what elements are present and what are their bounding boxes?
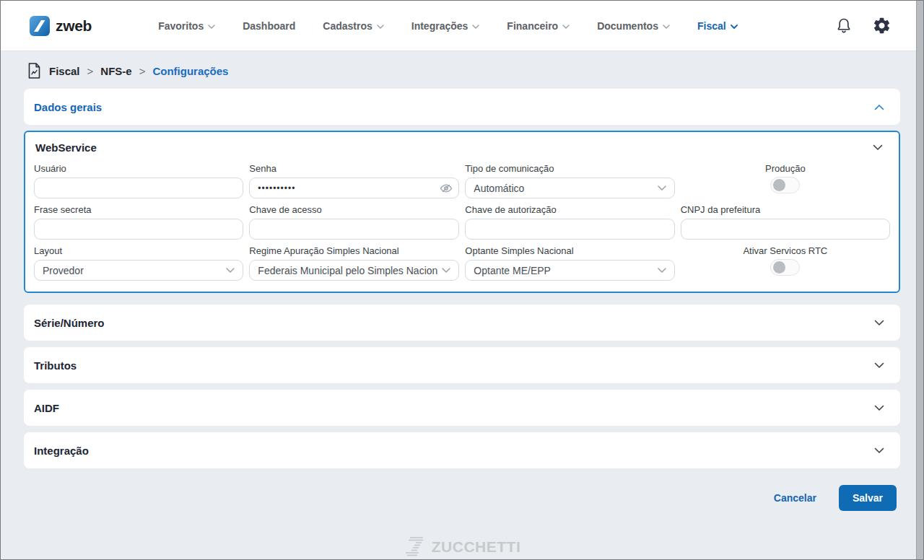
menu-item-favoritos[interactable]: Favoritos — [158, 20, 215, 32]
chevron-down-icon — [658, 185, 666, 191]
cancel-button[interactable]: Cancelar — [774, 492, 816, 504]
chave-acesso-input[interactable] — [249, 219, 459, 240]
frase-secreta-input[interactable] — [34, 219, 243, 240]
accordion-title: Dados gerais — [34, 101, 102, 113]
menu-label: Fiscal — [697, 20, 726, 32]
chevron-down-icon — [658, 268, 666, 273]
field-label: CNPJ da prefeitura — [681, 204, 890, 215]
layout-select[interactable]: Provedor — [34, 260, 243, 281]
chevron-down-icon — [208, 25, 215, 29]
chevron-up-icon[interactable] — [874, 104, 884, 110]
zucchetti-brand-text: ZUCCHETTI — [432, 538, 521, 556]
accordion-tributos[interactable]: Tributos — [24, 347, 900, 383]
chevron-down-icon — [377, 25, 384, 29]
field-label: Usuário — [34, 163, 243, 174]
settings-gear-icon[interactable] — [872, 16, 892, 35]
accordion-title: AIDF — [34, 402, 59, 414]
field-label: Layout — [34, 245, 243, 256]
field-producao: Produção — [681, 163, 890, 198]
field-regime-apuracao: Regime Apuração Simples Nacional Federai… — [249, 245, 459, 281]
menu-item-cadastros[interactable]: Cadastros — [323, 20, 383, 32]
top-navbar: zweb Favoritos Dashboard Cadastros Integ… — [1, 1, 923, 51]
ativar-servicos-rtc-toggle[interactable] — [770, 259, 800, 276]
field-ativar-servicos-rtc: Ativar Servicos RTC — [681, 245, 890, 281]
field-label: Chave de autorização — [465, 204, 674, 215]
document-report-icon — [27, 62, 42, 79]
chevron-down-icon[interactable] — [874, 362, 884, 369]
menu-item-financeiro[interactable]: Financeiro — [507, 20, 570, 32]
chevron-down-icon — [663, 25, 670, 29]
menu-label: Cadastros — [323, 20, 372, 32]
field-label: Produção — [765, 163, 806, 174]
field-tipo-comunicacao: Tipo de comunicação Automático — [465, 163, 674, 198]
menu-item-fiscal[interactable]: Fiscal — [697, 20, 738, 32]
accordion-integracao[interactable]: Integração — [24, 432, 900, 468]
footer-brand: ZUCCHETTI — [24, 535, 900, 558]
accordion-title: Série/Número — [34, 317, 105, 329]
breadcrumb-configuracoes[interactable]: Configurações — [152, 65, 228, 77]
accordion-title: WebService — [35, 141, 97, 154]
usuario-input[interactable] — [34, 178, 243, 198]
accordion-webservice: WebService Usuário Senha — [24, 131, 900, 293]
field-frase-secreta: Frase secreta — [34, 204, 243, 240]
senha-input[interactable] — [249, 178, 459, 198]
breadcrumb-fiscal[interactable]: Fiscal — [49, 65, 80, 77]
zweb-logo[interactable]: zweb — [30, 16, 92, 36]
field-usuario: Usuário — [34, 163, 243, 198]
select-value: Provedor — [43, 265, 84, 276]
chevron-down-icon — [731, 25, 738, 29]
field-label: Tipo de comunicação — [465, 163, 674, 174]
regime-apuracao-select[interactable]: Federais Municipal pelo Simples Nacion — [249, 260, 459, 281]
field-cnpj-prefeitura: CNPJ da prefeitura — [681, 204, 890, 240]
menu-item-documentos[interactable]: Documentos — [597, 20, 670, 32]
zweb-logo-icon — [30, 16, 50, 36]
notifications-bell-icon[interactable] — [834, 16, 853, 36]
chevron-down-icon[interactable] — [874, 405, 884, 411]
field-label: Regime Apuração Simples Nacional — [249, 245, 459, 256]
breadcrumb-separator: > — [87, 65, 94, 77]
accordion-title: Tributos — [34, 359, 77, 372]
field-label: Ativar Servicos RTC — [743, 245, 827, 256]
cnpj-prefeitura-input[interactable] — [681, 219, 890, 240]
navbar-icons — [834, 16, 892, 36]
chevron-down-icon — [472, 25, 479, 29]
breadcrumb-separator: > — [139, 65, 146, 77]
field-optante-simples: Optante Simples Nacional Optante ME/EPP — [465, 245, 674, 281]
chevron-down-icon[interactable] — [874, 447, 884, 454]
accordion-dados-gerais[interactable]: Dados gerais — [24, 89, 900, 125]
select-value: Optante ME/EPP — [474, 265, 551, 276]
field-senha: Senha — [249, 163, 459, 198]
zweb-logo-text: zweb — [56, 17, 92, 35]
tipo-comunicacao-select[interactable]: Automático — [465, 178, 674, 198]
menu-label: Favoritos — [158, 20, 204, 32]
form-actions: Cancelar Salvar — [24, 485, 900, 511]
accordion-aidf[interactable]: AIDF — [24, 390, 900, 426]
chevron-down-icon[interactable] — [874, 320, 884, 326]
field-label: Optante Simples Nacional — [465, 245, 674, 256]
chave-autorizacao-input[interactable] — [465, 219, 674, 240]
menu-label: Documentos — [597, 20, 658, 32]
accordion-serie-numero[interactable]: Série/Número — [24, 305, 900, 341]
breadcrumb-nfse[interactable]: NFS-e — [100, 65, 131, 77]
menu-item-integracoes[interactable]: Integrações — [411, 20, 480, 32]
webservice-form: Usuário Senha Tipo de com — [34, 163, 890, 281]
vertical-scrollbar[interactable] — [916, 1, 923, 559]
breadcrumb: Fiscal > NFS-e > Configurações — [1, 51, 923, 89]
field-chave-acesso: Chave de acesso — [249, 204, 459, 240]
field-chave-autorizacao: Chave de autorização — [465, 204, 674, 240]
chevron-down-icon[interactable] — [873, 144, 883, 151]
menu-label: Dashboard — [243, 20, 295, 32]
menu-item-dashboard[interactable]: Dashboard — [243, 20, 295, 32]
select-value: Federais Municipal pelo Simples Nacion — [258, 265, 437, 276]
main-menu: Favoritos Dashboard Cadastros Integraçõe… — [158, 20, 738, 32]
producao-toggle[interactable] — [770, 177, 800, 193]
field-label: Senha — [249, 163, 459, 174]
save-button[interactable]: Salvar — [839, 485, 897, 511]
accordion-title: Integração — [34, 445, 89, 457]
chevron-down-icon — [226, 268, 235, 273]
toggle-password-visibility-eye-icon[interactable] — [440, 182, 453, 195]
webservice-header[interactable]: WebService — [34, 140, 890, 154]
field-label: Frase secreta — [34, 204, 243, 215]
optante-simples-select[interactable]: Optante ME/EPP — [465, 260, 674, 281]
toggle-knob — [773, 179, 785, 191]
